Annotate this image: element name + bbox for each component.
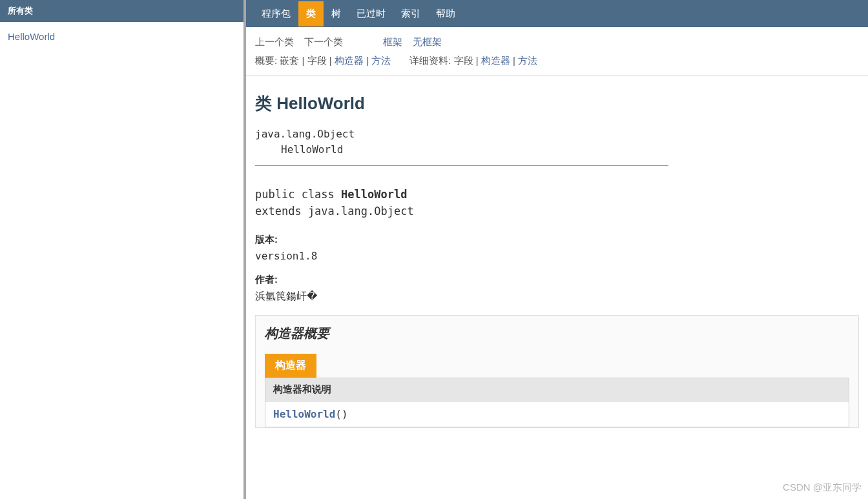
detail-ctor-link[interactable]: 构造器 [481,55,510,66]
nav-tree[interactable]: 树 [324,1,349,26]
ctor-col-header: 构造器和说明 [265,378,849,402]
inheritance-self: HelloWorld [255,142,859,158]
author-label: 作者: [255,274,859,286]
decl-modifiers: public class [255,188,341,201]
nav-help[interactable]: 帮助 [428,1,463,26]
ctor-link[interactable]: HelloWorld [273,408,335,420]
detail-field: 字段 [454,55,473,66]
sep: | [510,55,518,66]
left-panel: 所有类 HelloWorld [0,0,246,499]
sub-nav: 上一个类 下一个类 框架 无框架 [246,27,868,52]
frames-link[interactable]: 框架 [383,36,402,48]
nav-deprecated[interactable]: 已过时 [349,1,393,26]
version-value: version1.8 [255,250,859,262]
prev-class: 上一个类 [255,36,294,48]
all-classes-header: 所有类 [0,0,243,22]
decl-extends: extends java.lang.Object [255,203,859,220]
class-link-helloworld[interactable]: HelloWorld [8,31,55,42]
class-title: 类 HelloWorld [255,92,859,115]
nav-class[interactable]: 类 [298,1,324,26]
nav-package[interactable]: 程序包 [254,1,298,26]
inheritance-tree: java.lang.Object HelloWorld [255,127,859,158]
content: 类 HelloWorld java.lang.Object HelloWorld… [246,76,868,499]
ctor-row: HelloWorld() [265,402,849,427]
sep: | [364,55,371,66]
right-panel: 程序包 类 树 已过时 索引 帮助 上一个类 下一个类 框架 无框架 概要: 嵌… [246,0,868,499]
ctor-summary-heading: 构造器概要 [265,325,849,342]
ctor-tab[interactable]: 构造器 [265,354,316,378]
class-list: HelloWorld [0,22,243,51]
sep: | [299,55,307,66]
ctor-parens: () [335,408,347,420]
summary-method-link[interactable]: 方法 [371,55,391,66]
summary-ctor-link[interactable]: 构造器 [335,55,364,66]
divider [255,165,668,166]
detail-label: 详细资料: [409,55,453,66]
detail-method-link[interactable]: 方法 [518,55,537,66]
summary-field: 字段 [307,55,327,66]
inheritance-parent: java.lang.Object [255,127,859,142]
decl-classname: HelloWorld [341,188,407,201]
class-declaration: public class HelloWorld extends java.lan… [255,187,859,219]
title-name: HelloWorld [276,94,365,113]
author-value: 浜氫笢鍚屽� [255,290,859,303]
nav-index[interactable]: 索引 [393,1,428,26]
overview-label: 概要: [255,55,280,66]
summary-line: 概要: 嵌套 | 字段 | 构造器 | 方法 详细资料: 字段 | 构造器 | … [246,52,868,76]
constructor-summary: 构造器概要 构造器 构造器和说明 HelloWorld() [255,315,859,428]
summary-nested: 嵌套 [280,55,299,66]
version-label: 版本: [255,234,859,246]
noframes-link[interactable]: 无框架 [413,36,442,48]
next-class: 下一个类 [304,36,343,48]
sep: | [473,55,481,66]
title-prefix: 类 [255,94,276,113]
sep: | [327,55,335,66]
top-nav: 程序包 类 树 已过时 索引 帮助 [246,0,868,27]
